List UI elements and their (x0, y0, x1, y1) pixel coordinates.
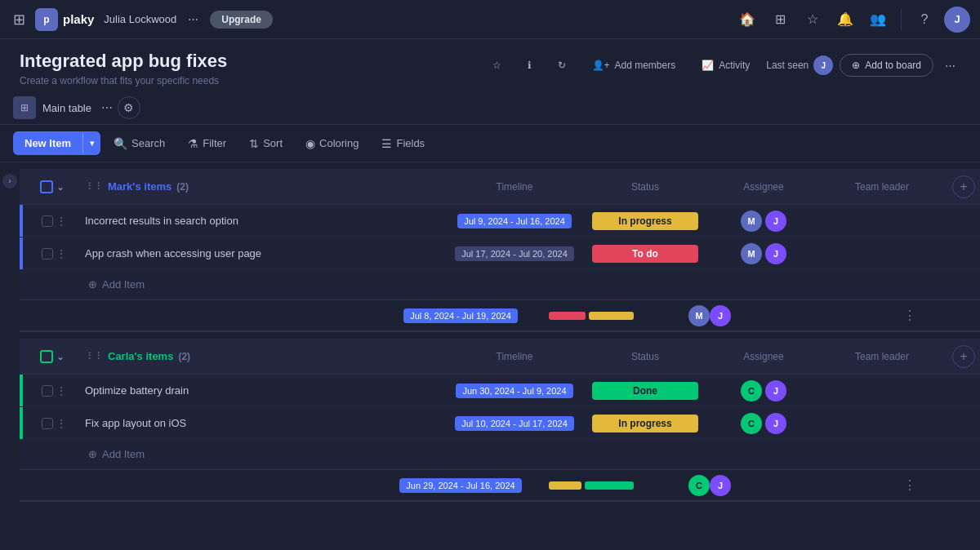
summary-timeline-badge: Jul 8, 2024 - Jul 19, 2024 (403, 308, 518, 323)
apps-icon[interactable]: ⊞ (767, 7, 793, 33)
summary-status (526, 312, 657, 320)
summary-avatar-j: J (710, 475, 731, 496)
group-col-team-leader: Team leader (817, 181, 947, 193)
group-checkbox[interactable] (40, 350, 53, 363)
info-button[interactable]: ℹ (518, 55, 541, 76)
fields-label: Fields (396, 137, 425, 149)
add-item-row[interactable]: ⊕ Add Item (20, 270, 980, 299)
row-more-button[interactable]: ⋮ (56, 248, 66, 259)
group-col-add: + (947, 175, 980, 198)
group-chevron[interactable]: ⌄ (56, 351, 65, 362)
board-more-button[interactable]: ⋯ (940, 56, 960, 75)
status-cell[interactable]: In progress (580, 212, 710, 230)
app-logo[interactable]: p plaky (35, 8, 94, 31)
status-badge: In progress (592, 415, 698, 432)
group-drag-handle[interactable]: ⋮⋮ (85, 351, 103, 361)
settings-icon: ⚙ (123, 101, 134, 114)
collapse-button[interactable]: › (2, 174, 17, 189)
assignee-cell[interactable]: M J (710, 211, 817, 232)
group-name-cell: ⋮⋮ Carla's items (2) (85, 350, 449, 362)
row-checkbox[interactable] (42, 418, 53, 429)
timeline-cell[interactable]: Jun 30, 2024 - Jul 9, 2024 (449, 384, 580, 398)
table-icon: ⊞ (13, 96, 36, 119)
search-button[interactable]: 🔍 Search (104, 132, 175, 155)
summary-bar2 (589, 312, 634, 320)
upgrade-button[interactable]: Upgrade (210, 11, 273, 29)
group-checkbox[interactable] (40, 180, 53, 193)
group-name: Carla's items (108, 350, 173, 362)
user-avatar[interactable]: J (944, 7, 970, 33)
help-icon[interactable]: ? (911, 7, 938, 33)
row-checkbox[interactable] (42, 248, 53, 259)
row-name[interactable]: Incorrect results in search option (85, 215, 449, 227)
row-name[interactable]: Optimize battery drain (85, 384, 449, 397)
group-name-cell: ⋮⋮ Mark's items (2) (85, 180, 449, 193)
table-row: ⋮ Fix app layout on iOS Jul 10, 2024 - J… (20, 407, 980, 440)
new-item-arrow-icon[interactable]: ▾ (82, 133, 100, 153)
group-count: (2) (178, 351, 190, 362)
filter-button[interactable]: ⚗ Filter (178, 132, 236, 155)
group-header-carlas: ⌄ ⋮⋮ Carla's items (2) Timeline Status A… (20, 339, 980, 375)
add-members-button[interactable]: 👤+ Add members (582, 55, 686, 76)
add-item-row[interactable]: ⊕ Add Item (20, 440, 980, 469)
group-chevron[interactable]: ⌄ (56, 181, 65, 193)
timeline-badge: Jul 9, 2024 - Jul 16, 2024 (457, 214, 572, 228)
refresh-icon: ↻ (558, 60, 566, 71)
nav-divider (901, 8, 902, 31)
app-name: plaky (63, 12, 94, 26)
sort-button[interactable]: ⇅ Sort (239, 132, 292, 155)
row-more-button[interactable]: ⋮ (56, 215, 66, 227)
settings-button[interactable]: ⚙ (118, 96, 140, 119)
star-board-button[interactable]: ☆ (483, 55, 511, 76)
notifications-icon[interactable]: 🔔 (832, 7, 858, 33)
nav-more-button[interactable]: ⋯ (183, 10, 203, 29)
timeline-cell[interactable]: Jul 10, 2024 - Jul 17, 2024 (449, 416, 580, 431)
row-more-button[interactable]: ⋮ (56, 418, 66, 429)
table-more-button[interactable]: ⋯ (98, 100, 116, 116)
timeline-badge: Jun 30, 2024 - Jul 9, 2024 (456, 384, 572, 398)
group-drag-handle[interactable]: ⋮⋮ (85, 181, 103, 192)
row-more-button[interactable]: ⋮ (56, 385, 66, 397)
refresh-button[interactable]: ↻ (548, 55, 576, 76)
star-icon[interactable]: ☆ (800, 7, 826, 33)
row-checkbox[interactable] (42, 385, 53, 397)
grid-menu-icon[interactable]: ⊞ (10, 7, 29, 32)
summary-avatar-m: C (688, 475, 710, 496)
activity-icon: 📈 (702, 60, 714, 71)
star-icon: ☆ (492, 60, 501, 71)
add-to-board-button[interactable]: ⊕ Add to board (840, 54, 933, 77)
timeline-badge: Jul 17, 2024 - Jul 20, 2024 (455, 246, 574, 261)
filter-toolbar: New Item ▾ 🔍 Search ⚗ Filter ⇅ Sort ◉ Co… (0, 125, 980, 162)
coloring-label: Coloring (319, 137, 359, 149)
summary-more-button[interactable]: ⋮ (893, 477, 926, 493)
timeline-cell[interactable]: Jul 17, 2024 - Jul 20, 2024 (449, 246, 580, 261)
status-cell[interactable]: In progress (580, 415, 710, 432)
row-name[interactable]: App crash when accessing user page (85, 247, 449, 259)
group-col-add: + (947, 345, 980, 368)
members-icon[interactable]: 👥 (865, 7, 891, 33)
status-cell[interactable]: To do (580, 245, 710, 263)
group-header-marks: ⌄ ⋮⋮ Mark's items (2) Timeline Status As… (20, 169, 980, 205)
assignee-avatar-m: C (741, 413, 762, 434)
summary-more-button[interactable]: ⋮ (893, 308, 926, 323)
group-col-team-leader: Team leader (817, 351, 947, 362)
row-name[interactable]: Fix app layout on iOS (85, 417, 449, 429)
coloring-button[interactable]: ◉ Coloring (296, 132, 368, 155)
row-checkbox-cell: ⋮ (23, 248, 85, 259)
assignee-cell[interactable]: M J (710, 243, 817, 264)
row-checkbox[interactable] (42, 215, 53, 227)
collapse-panel: › (0, 162, 20, 534)
assignee-cell[interactable]: C J (710, 380, 817, 401)
status-cell[interactable]: Done (580, 382, 710, 400)
last-seen-avatar: J (813, 55, 833, 75)
add-column-button[interactable]: + (952, 345, 975, 368)
last-seen: Last seen J (766, 55, 833, 75)
home-icon[interactable]: 🏠 (734, 7, 760, 33)
activity-button[interactable]: 📈 Activity (692, 55, 760, 76)
fields-button[interactable]: ☰ Fields (372, 132, 434, 155)
table-name-button[interactable]: Main table (38, 99, 96, 118)
assignee-cell[interactable]: C J (710, 413, 817, 434)
add-column-button[interactable]: + (952, 175, 975, 198)
new-item-button[interactable]: New Item ▾ (13, 131, 100, 155)
timeline-cell[interactable]: Jul 9, 2024 - Jul 16, 2024 (449, 214, 580, 228)
